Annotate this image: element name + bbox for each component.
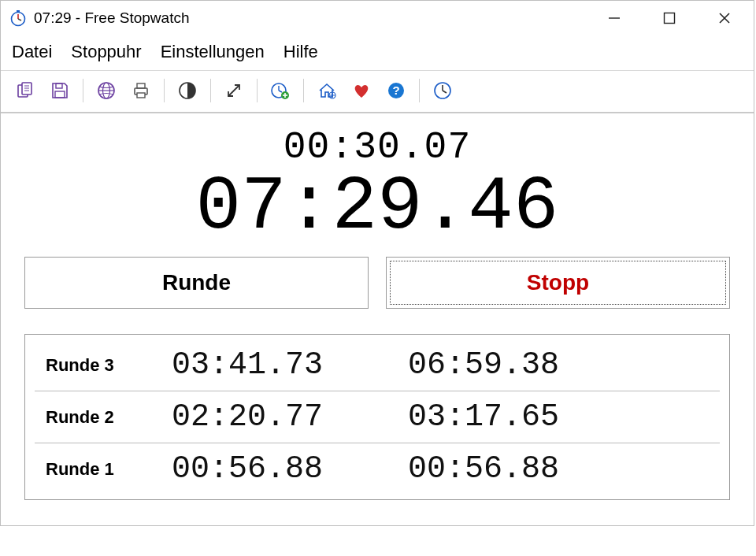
lap-split-time: 03:41.73 bbox=[172, 347, 408, 383]
lap-row: Runde 3 03:41.73 06:59.38 bbox=[35, 339, 720, 391]
lap-row: Runde 2 02:20.77 03:17.65 bbox=[35, 391, 720, 443]
toolbar-separator bbox=[419, 79, 420, 102]
heart-icon[interactable] bbox=[348, 77, 375, 104]
svg-rect-14 bbox=[55, 91, 65, 98]
lap-label: Runde 3 bbox=[46, 355, 172, 376]
copy-icon[interactable] bbox=[12, 77, 39, 104]
lap-label: Runde 2 bbox=[46, 407, 172, 428]
menu-file[interactable]: Datei bbox=[12, 42, 52, 62]
svg-rect-19 bbox=[137, 83, 145, 88]
lap-split-time: 02:20.77 bbox=[172, 399, 408, 435]
menu-help[interactable]: Hilfe bbox=[284, 42, 318, 62]
menu-settings[interactable]: Einstellungen bbox=[161, 42, 265, 62]
lap-total-time: 00:56.88 bbox=[408, 451, 644, 487]
svg-rect-20 bbox=[137, 93, 145, 98]
lap-button[interactable]: Runde bbox=[24, 257, 369, 309]
help-icon[interactable]: ? bbox=[383, 77, 410, 104]
svg-line-25 bbox=[279, 91, 282, 92]
svg-line-36 bbox=[443, 91, 447, 93]
home-icon[interactable] bbox=[313, 77, 340, 104]
contrast-icon[interactable] bbox=[174, 77, 201, 104]
stop-button[interactable]: Stopp bbox=[386, 257, 730, 309]
lap-row: Runde 1 00:56.88 00:56.88 bbox=[35, 443, 720, 495]
laps-panel: Runde 3 03:41.73 06:59.38 Runde 2 02:20.… bbox=[24, 334, 730, 500]
add-clock-icon[interactable] bbox=[267, 77, 294, 104]
svg-line-22 bbox=[228, 85, 239, 96]
menu-stopwatch[interactable]: Stoppuhr bbox=[71, 42, 141, 62]
print-icon[interactable] bbox=[128, 77, 154, 104]
lap-total-time: 03:17.65 bbox=[408, 399, 644, 435]
toolbar-separator bbox=[303, 79, 304, 102]
svg-text:?: ? bbox=[392, 83, 399, 97]
save-icon[interactable] bbox=[46, 77, 73, 104]
svg-rect-5 bbox=[665, 13, 675, 24]
toolbar-separator bbox=[210, 79, 211, 102]
minimize-button[interactable] bbox=[587, 1, 642, 35]
clock-icon[interactable] bbox=[429, 77, 456, 104]
toolbar-separator bbox=[257, 79, 258, 102]
current-lap-time: 00:30.07 bbox=[284, 126, 471, 169]
svg-rect-3 bbox=[17, 10, 20, 13]
close-button[interactable] bbox=[697, 1, 752, 35]
window-controls bbox=[587, 1, 752, 35]
control-buttons: Runde Stopp bbox=[24, 257, 730, 309]
main-elapsed-time: 07:29.46 bbox=[196, 170, 559, 246]
toolbar: ? bbox=[1, 71, 754, 113]
lap-total-time: 06:59.38 bbox=[408, 347, 644, 383]
fullscreen-icon[interactable] bbox=[220, 77, 247, 104]
window-title: 07:29 - Free Stopwatch bbox=[34, 9, 587, 27]
time-display: 00:30.07 07:29.46 Runde Stopp bbox=[1, 113, 754, 331]
titlebar: 07:29 - Free Stopwatch bbox=[1, 1, 754, 35]
app-window: 07:29 - Free Stopwatch Datei Stoppuhr Ei… bbox=[0, 0, 754, 526]
toolbar-separator bbox=[83, 79, 83, 102]
app-stopwatch-icon bbox=[9, 9, 28, 28]
lap-split-time: 00:56.88 bbox=[172, 451, 408, 487]
svg-rect-13 bbox=[56, 83, 62, 88]
maximize-button[interactable] bbox=[642, 1, 697, 35]
toolbar-separator bbox=[164, 79, 165, 102]
globe-icon[interactable] bbox=[93, 77, 120, 104]
menubar: Datei Stoppuhr Einstellungen Hilfe bbox=[1, 35, 754, 71]
lap-label: Runde 1 bbox=[46, 459, 172, 480]
